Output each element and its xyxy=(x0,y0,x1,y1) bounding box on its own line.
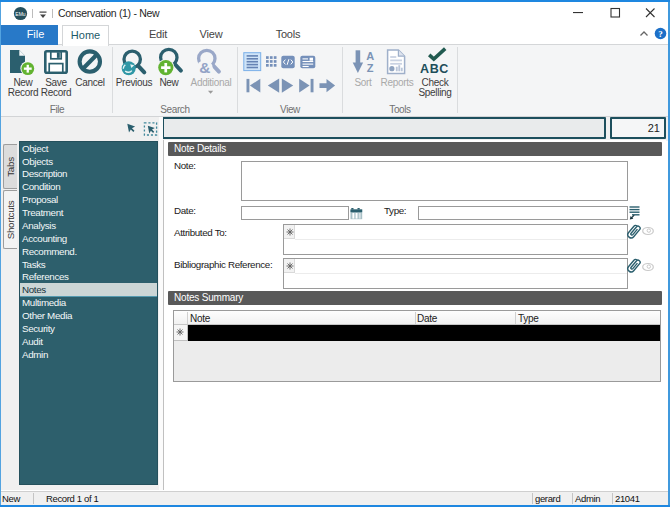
svg-text:A: A xyxy=(366,50,374,62)
svg-text:ABC: ABC xyxy=(420,62,449,76)
svg-text:?: ? xyxy=(658,29,663,39)
svg-text:&: & xyxy=(199,59,210,76)
svg-text:EMu: EMu xyxy=(15,11,26,17)
svg-text:Z: Z xyxy=(367,62,374,74)
